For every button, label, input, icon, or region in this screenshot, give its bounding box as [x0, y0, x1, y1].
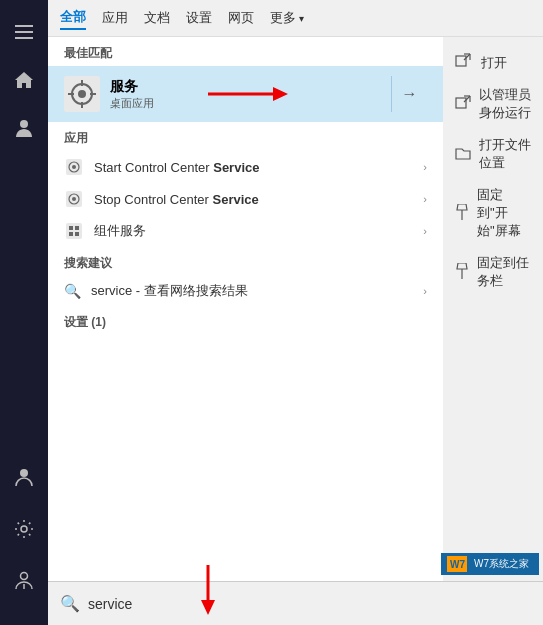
svg-rect-0 — [15, 25, 33, 27]
svg-text:W7: W7 — [450, 559, 465, 570]
context-action-open-location[interactable]: 打开文件位置 — [455, 136, 531, 172]
sidebar-person2[interactable] — [0, 557, 48, 605]
best-match-arrow[interactable]: → — [391, 76, 427, 112]
search-suggestions-header: 搜索建议 — [48, 247, 443, 276]
app-icon-start-control — [64, 157, 84, 177]
context-action-pin-start[interactable]: 固定到"开始"屏幕 — [455, 186, 531, 240]
tab-docs[interactable]: 文档 — [144, 7, 170, 29]
svg-point-4 — [20, 120, 28, 128]
svg-point-5 — [20, 469, 28, 477]
app-item-stop-control[interactable]: Stop Control Center Service › — [48, 183, 443, 215]
context-action-admin[interactable]: 以管理员身份运行 — [455, 86, 531, 122]
app-item-start-control[interactable]: Start Control Center Service › — [48, 151, 443, 183]
open-icon — [455, 53, 473, 72]
svg-point-6 — [21, 526, 27, 532]
best-match-header: 最佳匹配 — [48, 37, 443, 66]
svg-marker-3 — [15, 72, 33, 88]
sidebar-person[interactable] — [0, 104, 48, 152]
app-icon-component — [64, 221, 84, 241]
apps-section-header: 应用 — [48, 122, 443, 151]
search-suggestion-icon: 🔍 — [64, 283, 81, 299]
best-match-name: 服务 — [110, 78, 391, 96]
svg-rect-28 — [75, 232, 79, 236]
svg-rect-2 — [15, 37, 33, 39]
results-panel: 最佳匹配 服务 桌面应用 — [48, 37, 443, 581]
search-suggestion-text: service - 查看网络搜索结果 — [91, 282, 413, 300]
svg-rect-24 — [66, 223, 82, 239]
svg-rect-27 — [69, 232, 73, 236]
settings-section-header: 设置 (1) — [48, 306, 443, 335]
watermark: W7 W7系统之家 — [441, 553, 539, 575]
svg-point-20 — [72, 165, 76, 169]
content-area: 最佳匹配 服务 桌面应用 — [48, 37, 543, 581]
services-icon — [64, 76, 100, 112]
search-bar: 🔍 — [48, 581, 543, 625]
sidebar-settings[interactable] — [0, 505, 48, 553]
svg-rect-25 — [69, 226, 73, 230]
tab-settings[interactable]: 设置 — [186, 7, 212, 29]
watermark-text: W7系统之家 — [470, 555, 533, 573]
tab-web[interactable]: 网页 — [228, 7, 254, 29]
sidebar-user-bottom[interactable] — [0, 453, 48, 501]
pin-taskbar-icon — [455, 263, 469, 282]
chevron-icon-2: › — [423, 193, 427, 205]
search-input[interactable] — [88, 596, 531, 612]
chevron-icon-1: › — [423, 161, 427, 173]
svg-line-36 — [464, 96, 470, 102]
svg-point-11 — [78, 90, 86, 98]
svg-rect-33 — [456, 98, 466, 108]
search-bar-icon: 🔍 — [60, 594, 80, 613]
tab-all[interactable]: 全部 — [60, 6, 86, 30]
chevron-icon-suggestion: › — [423, 285, 427, 297]
app-label-start-control: Start Control Center Service — [94, 160, 413, 175]
chevron-down-icon: ▾ — [299, 13, 304, 24]
context-panel: 打开 以管理员身份运行 — [443, 37, 543, 581]
app-label-stop-control: Stop Control Center Service — [94, 192, 413, 207]
main-panel: 全部 应用 文档 设置 网页 更多 ▾ 最佳匹配 — [48, 0, 543, 625]
app-icon-stop-control — [64, 189, 84, 209]
svg-rect-29 — [456, 56, 466, 66]
context-action-open[interactable]: 打开 — [455, 53, 531, 72]
tabs-row: 全部 应用 文档 设置 网页 更多 ▾ — [48, 0, 543, 37]
svg-point-7 — [21, 573, 28, 580]
svg-rect-1 — [15, 31, 33, 33]
sidebar — [0, 0, 48, 625]
folder-icon — [455, 146, 471, 163]
search-suggestion-item[interactable]: 🔍 service - 查看网络搜索结果 › — [48, 276, 443, 306]
app-label-component: 组件服务 — [94, 222, 413, 240]
best-match-type: 桌面应用 — [110, 96, 391, 111]
svg-rect-26 — [75, 226, 79, 230]
sidebar-home[interactable] — [0, 56, 48, 104]
sidebar-hamburger[interactable] — [0, 8, 48, 56]
chevron-icon-3: › — [423, 225, 427, 237]
svg-line-32 — [464, 54, 470, 60]
pin-start-icon — [455, 204, 469, 223]
admin-icon — [455, 95, 471, 114]
best-match-item[interactable]: 服务 桌面应用 → — [48, 66, 443, 122]
context-action-pin-taskbar[interactable]: 固定到任务栏 — [455, 254, 531, 290]
best-match-info: 服务 桌面应用 — [110, 78, 391, 111]
tab-more[interactable]: 更多 ▾ — [270, 9, 304, 27]
svg-point-23 — [72, 197, 76, 201]
tab-apps[interactable]: 应用 — [102, 7, 128, 29]
app-item-component[interactable]: 组件服务 › — [48, 215, 443, 247]
